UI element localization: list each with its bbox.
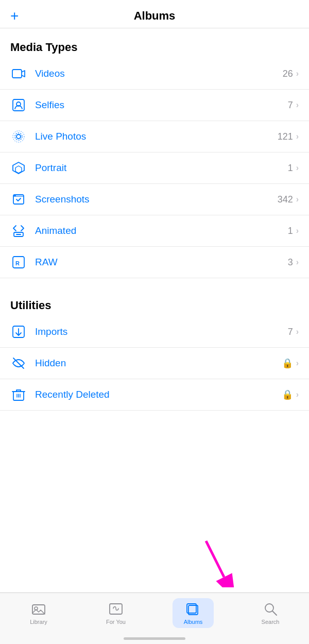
raw-label: RAW [35, 257, 288, 268]
live-photos-label: Live Photos [35, 131, 278, 142]
selfies-item[interactable]: Selfies 7 › [0, 90, 309, 121]
albums-tab-label: Albums [184, 619, 203, 625]
raw-chevron: › [296, 258, 299, 267]
videos-chevron: › [296, 69, 299, 78]
recently-deleted-lock-icon: 🔒 [282, 389, 293, 400]
portrait-chevron: › [296, 163, 299, 173]
add-album-button[interactable]: + [10, 9, 19, 23]
tab-library[interactable]: Library [18, 598, 59, 628]
svg-text:R: R [15, 260, 20, 266]
selfies-label: Selfies [35, 99, 288, 111]
tab-albums[interactable]: Albums [173, 598, 214, 628]
page-title: Albums [134, 9, 176, 23]
recently-deleted-chevron: › [296, 390, 299, 399]
animated-icon [10, 223, 27, 239]
selfies-chevron: › [296, 100, 299, 110]
live-photos-item[interactable]: Live Photos 121 › [0, 121, 309, 152]
hidden-lock-icon: 🔒 [282, 358, 293, 369]
tab-for-you[interactable]: For You [95, 598, 136, 628]
imports-icon [10, 324, 27, 340]
header: + Albums [0, 0, 309, 28]
imports-count: 7 [288, 327, 293, 337]
svg-rect-0 [12, 70, 22, 78]
screenshots-chevron: › [296, 195, 299, 204]
svg-point-3 [16, 134, 21, 139]
for-you-icon [108, 601, 124, 617]
video-icon [10, 65, 27, 82]
animated-label: Animated [35, 225, 288, 236]
recently-deleted-label: Recently Deleted [35, 389, 282, 400]
hidden-label: Hidden [35, 358, 282, 369]
screenshots-label: Screenshots [35, 194, 278, 205]
live-photos-chevron: › [296, 132, 299, 141]
main-content: Media Types Videos 26 › Selfies 7 › [0, 28, 309, 621]
imports-label: Imports [35, 326, 288, 337]
live-photos-icon [10, 128, 27, 145]
search-tab-label: Search [262, 619, 280, 625]
videos-label: Videos [35, 68, 283, 79]
animated-count: 1 [288, 226, 293, 236]
animated-chevron: › [296, 226, 299, 235]
hidden-icon [10, 355, 27, 371]
for-you-tab-label: For You [106, 619, 126, 625]
portrait-label: Portrait [35, 162, 288, 174]
imports-chevron: › [296, 327, 299, 336]
raw-item[interactable]: R RAW 3 › [0, 247, 309, 278]
media-types-section-header: Media Types [0, 28, 309, 58]
svg-point-5 [13, 131, 24, 142]
portrait-icon [10, 160, 27, 176]
library-icon [31, 601, 46, 617]
live-photos-count: 121 [278, 131, 293, 142]
recently-deleted-item[interactable]: Recently Deleted 🔒 › [0, 379, 309, 411]
hidden-chevron: › [296, 359, 299, 368]
raw-icon: R [10, 254, 27, 270]
tab-bar: Library For You Albums Search [0, 592, 309, 644]
videos-item[interactable]: Videos 26 › [0, 58, 309, 90]
selfies-count: 7 [288, 100, 293, 111]
recently-deleted-icon [10, 386, 27, 403]
albums-icon [185, 601, 201, 617]
utilities-section-header: Utilities [0, 286, 309, 316]
imports-item[interactable]: Imports 7 › [0, 316, 309, 348]
library-tab-label: Library [30, 619, 47, 625]
animated-item[interactable]: Animated 1 › [0, 215, 309, 247]
portrait-item[interactable]: Portrait 1 › [0, 152, 309, 184]
screenshots-count: 342 [278, 194, 293, 205]
raw-count: 3 [288, 257, 293, 268]
search-icon [263, 601, 278, 617]
screenshots-item[interactable]: Screenshots 342 › [0, 184, 309, 215]
svg-point-7 [14, 195, 15, 196]
portrait-count: 1 [288, 163, 293, 174]
selfies-icon [10, 97, 27, 113]
screenshots-icon [10, 191, 27, 208]
videos-count: 26 [283, 69, 293, 79]
tab-search[interactable]: Search [250, 598, 291, 628]
hidden-item[interactable]: Hidden 🔒 › [0, 348, 309, 379]
home-indicator [124, 637, 185, 640]
svg-line-22 [272, 611, 277, 615]
